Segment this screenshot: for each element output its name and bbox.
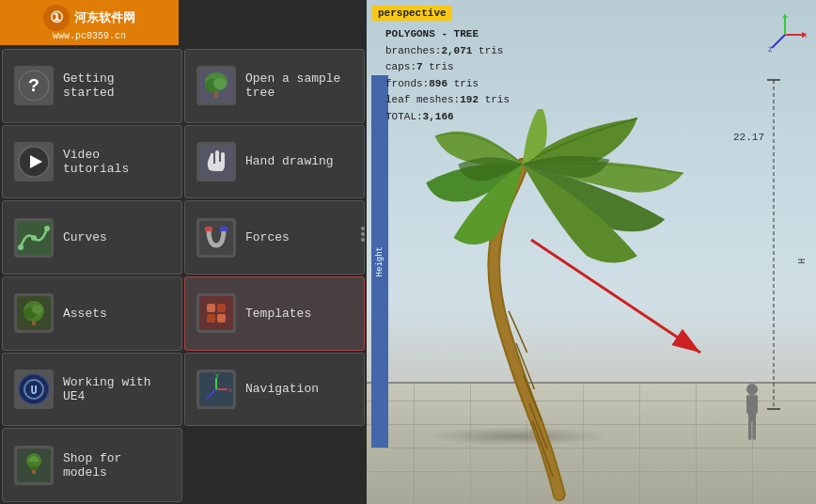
svg-rect-26 [217,314,226,323]
svg-text:Height: Height [796,259,806,263]
templates-label: Templates [245,307,311,321]
shop-for-models-icon [14,446,54,485]
hand-drawing-icon [196,142,236,181]
templates-icon [196,293,236,333]
poly-title: POLYGONS - TREE [385,26,510,43]
svg-text:?: ? [28,75,39,97]
working-with-ue4-label: Working with UE4 [63,375,170,403]
branches-info: branches:2,071 tris [385,43,510,60]
svg-point-5 [213,78,227,89]
blue-bar-label: Height [375,246,384,276]
scroll-dot [361,227,365,230]
scroll-dot [361,238,365,242]
menu-item-hand-drawing[interactable]: Hand drawing [184,125,365,199]
watermark: ① 河东软件网 www.pc0359.cn [0,0,179,45]
svg-line-45 [772,35,785,48]
navigation-label: Navigation [245,382,319,396]
svg-rect-24 [217,304,226,312]
svg-line-57 [531,240,700,353]
svg-point-11 [18,244,24,250]
svg-rect-15 [205,227,212,231]
svg-rect-55 [753,419,757,440]
svg-text:x: x [228,386,232,394]
svg-rect-25 [207,314,215,323]
grid-line [696,382,697,504]
video-tutorials-label: Video tutorials [63,148,170,176]
svg-rect-54 [748,419,752,440]
navigation-icon: x y z [196,370,236,409]
svg-text:X: X [803,32,807,39]
getting-started-icon: ? [14,66,54,105]
menu-item-working-with-ue4[interactable]: U Working with UE4 [2,353,182,427]
perspective-label: perspective [372,6,452,21]
svg-point-40 [29,466,39,470]
leaf-info: leaf meshes:192 tris [385,92,510,109]
red-arrow [526,235,714,367]
svg-text:Y: Y [783,14,788,19]
height-measurement [760,75,788,414]
blue-vertical-bar: Height [371,75,388,448]
caps-info: caps:7 tris [385,59,510,76]
watermark-url: www.pc0359.cn [53,31,126,41]
svg-point-50 [746,384,758,395]
menu-item-getting-started[interactable]: ? Getting started [2,49,182,123]
svg-point-20 [32,305,43,314]
svg-rect-6 [214,91,218,98]
svg-rect-53 [754,395,758,414]
svg-point-12 [31,235,37,241]
viewport[interactable]: perspective POLYGONS - TREE branches:2,0… [367,0,816,504]
svg-text:Z: Z [768,46,772,54]
svg-text:U: U [30,385,37,398]
working-with-ue4-icon: U [14,370,54,409]
menu-item-video-tutorials[interactable]: Video tutorials [2,125,182,199]
open-sample-tree-label: Open a sample tree [245,71,353,100]
scroll-hint [359,227,367,242]
svg-rect-14 [199,221,233,255]
menu-item-open-sample-tree[interactable]: Open a sample tree [184,49,365,123]
forces-label: Forces [245,230,290,244]
height-text-vertical: Height [795,188,807,263]
menu-item-navigation[interactable]: x y z Navigation [184,353,365,427]
watermark-logo: ① [43,5,70,31]
scroll-dot [361,232,365,236]
left-panel: ① 河东软件网 www.pc0359.cn ? Getting started [0,0,367,504]
svg-rect-22 [199,296,233,330]
assets-label: Assets [63,307,107,321]
empty-grid-cell [184,428,365,502]
menu-item-templates[interactable]: Templates [184,276,365,351]
menu-item-forces[interactable]: Forces [184,200,365,275]
watermark-title: 河东软件网 [74,9,135,26]
menu-grid: ? Getting started Open a sample tree [0,47,367,504]
open-sample-tree-icon [196,66,236,105]
svg-point-13 [44,226,50,231]
curves-label: Curves [63,230,107,244]
assets-icon [14,293,54,333]
svg-text:z: z [206,394,210,402]
human-silhouette [745,382,760,448]
svg-text:y: y [215,372,219,379]
svg-rect-21 [32,321,36,325]
forces-icon [196,218,236,258]
menu-item-curves[interactable]: Curves [2,200,182,275]
getting-started-label: Getting started [63,71,170,100]
svg-rect-23 [207,304,215,312]
menu-item-shop-for-models[interactable]: Shop for models [2,428,182,502]
shop-for-models-label: Shop for models [63,451,170,480]
hand-drawing-label: Hand drawing [245,154,334,168]
fronds-info: fronds:896 tris [385,76,510,93]
video-tutorials-icon [14,142,54,181]
total-info: TOTAL:3,166 [385,109,510,126]
curves-icon [14,218,54,258]
menu-item-assets[interactable]: Assets [2,276,182,351]
svg-rect-16 [220,227,228,231]
poly-info: POLYGONS - TREE branches:2,071 tris caps… [385,26,510,126]
axis-indicator: X Y Z [764,14,802,52]
svg-rect-52 [746,395,750,414]
